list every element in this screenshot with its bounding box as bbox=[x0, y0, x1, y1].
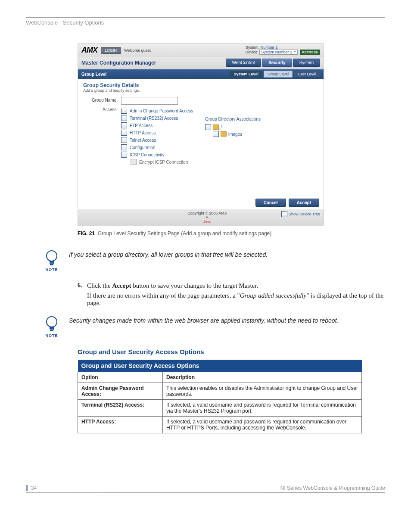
group-security-details-sub: Add a group and modify settings. bbox=[83, 88, 196, 93]
opt-ftp-access: FTP Access bbox=[130, 123, 153, 128]
checkbox-http-access[interactable] bbox=[121, 130, 127, 136]
tree-images: images bbox=[228, 132, 242, 137]
opt-encrypt-icsp: Encrypt ICSP Connection bbox=[139, 160, 188, 165]
checkbox-configuration[interactable] bbox=[121, 144, 127, 150]
java-badge: ☕Java bbox=[133, 215, 281, 224]
folder-icon bbox=[213, 124, 219, 130]
accept-button[interactable]: Accept bbox=[289, 199, 319, 207]
step-text: Click the Accept button to save your cha… bbox=[87, 282, 385, 289]
doc-title-footer: NI Series WebConsole & Programming Guide bbox=[280, 485, 385, 491]
system-label: System: bbox=[246, 45, 260, 50]
svg-rect-2 bbox=[50, 262, 54, 264]
group-security-details-title: Group Security Details bbox=[83, 82, 196, 88]
table-row: HTTP Access: If selected, a valid userna… bbox=[78, 417, 362, 433]
opt-terminal-rs232: Terminal (RS232) Access bbox=[130, 116, 178, 121]
tab-webcontrol[interactable]: WebControl bbox=[226, 59, 262, 67]
opt-admin-change-password: Admin Change Password Access bbox=[130, 109, 193, 113]
checkbox-ftp-access[interactable] bbox=[121, 122, 127, 128]
checkbox-encrypt-icsp[interactable] bbox=[131, 159, 137, 165]
table-col-option: Option bbox=[78, 372, 163, 383]
login-button[interactable]: LOGIN bbox=[101, 47, 121, 54]
welcome-text: Welcome guest bbox=[124, 48, 151, 53]
folder-icon bbox=[221, 131, 227, 137]
checkbox-telnet-access[interactable] bbox=[121, 137, 127, 143]
figure-caption: FIG. 21 Group Level Security Settings Pa… bbox=[78, 230, 385, 236]
tree-root: / bbox=[221, 125, 222, 130]
note-icon: NOTE bbox=[43, 249, 60, 272]
show-device-tree-label: Show Device Tree bbox=[289, 212, 320, 216]
step-number: 6. bbox=[78, 282, 87, 289]
table-col-description: Description bbox=[163, 372, 362, 383]
refresh-button[interactable]: REFRESH bbox=[300, 50, 320, 55]
checkbox-terminal-rs232[interactable] bbox=[121, 115, 127, 121]
opt-icsp-connectivity: ICSP Connectivity bbox=[130, 152, 164, 157]
svg-point-4 bbox=[47, 317, 57, 327]
tab-security[interactable]: Security bbox=[262, 59, 292, 67]
opt-telnet-access: Telnet Access bbox=[130, 138, 156, 143]
checkbox-admin-change-password[interactable] bbox=[121, 108, 127, 114]
page-header: WebConsole - Security Options bbox=[26, 17, 385, 26]
subtab-system-level[interactable]: System Level bbox=[230, 71, 262, 78]
subbar-title: Group Level bbox=[81, 72, 106, 77]
device-select[interactable]: System Number 2 bbox=[259, 50, 298, 55]
table-row: Admin Change Password Access: This selec… bbox=[78, 383, 362, 400]
section-heading: Group and User Security Access Options bbox=[78, 348, 385, 355]
device-label: Device: bbox=[246, 50, 258, 54]
svg-rect-3 bbox=[50, 264, 53, 265]
copyright-text: Copyright © 2006 AMX bbox=[133, 211, 281, 215]
checkbox-icsp-connectivity[interactable] bbox=[121, 152, 127, 158]
tree-checkbox-root[interactable] bbox=[205, 124, 211, 130]
note-text-2: Security changes made from within the we… bbox=[69, 315, 385, 324]
subtab-user-level[interactable]: User Level bbox=[294, 71, 320, 78]
svg-point-0 bbox=[47, 251, 57, 261]
group-directory-associations-title: Group Directory Associations bbox=[205, 117, 318, 121]
opt-configuration: Configuration bbox=[130, 145, 155, 150]
group-name-label: Group Name: bbox=[83, 97, 121, 103]
svg-rect-1 bbox=[50, 261, 54, 262]
group-name-input[interactable] bbox=[121, 97, 178, 105]
access-label: Access: bbox=[83, 106, 121, 112]
step-paragraph: If there are no errors within any of the… bbox=[87, 292, 385, 307]
cancel-button[interactable]: Cancel bbox=[255, 199, 286, 207]
note-text-1: If you select a group directory, all low… bbox=[69, 249, 385, 258]
svg-rect-7 bbox=[50, 330, 53, 331]
opt-http-access: HTTP Access bbox=[130, 131, 156, 135]
note-icon: NOTE bbox=[43, 315, 60, 338]
page-number: 34 bbox=[26, 485, 37, 491]
mcm-title: Master Configuration Manager bbox=[81, 60, 156, 66]
svg-rect-5 bbox=[50, 327, 54, 328]
svg-rect-6 bbox=[50, 328, 54, 330]
tab-system[interactable]: System bbox=[293, 59, 320, 67]
show-device-tree-checkbox[interactable] bbox=[281, 211, 287, 217]
tree-checkbox-images[interactable] bbox=[213, 131, 219, 137]
options-table: Group and User Security Access Options O… bbox=[78, 360, 362, 433]
table-title: Group and User Security Access Options bbox=[78, 360, 362, 372]
screenshot-figure: AMX LOGIN Welcome guest System: Number 2… bbox=[78, 43, 324, 226]
subtab-group-level[interactable]: Group Level bbox=[264, 71, 293, 78]
system-value: Number 2 bbox=[261, 45, 278, 50]
amx-logo: AMX bbox=[81, 46, 97, 55]
table-row: Terminal (RS232) Access: If selected, a … bbox=[78, 400, 362, 417]
